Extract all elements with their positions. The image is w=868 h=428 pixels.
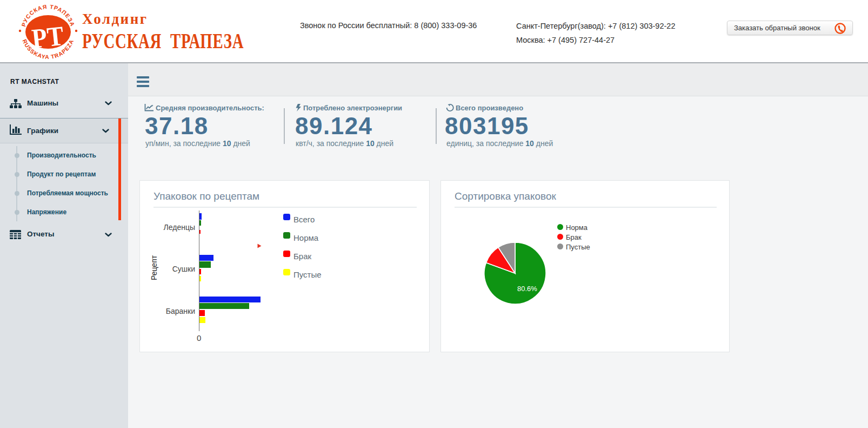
svg-text:РТ: РТ	[30, 21, 65, 54]
